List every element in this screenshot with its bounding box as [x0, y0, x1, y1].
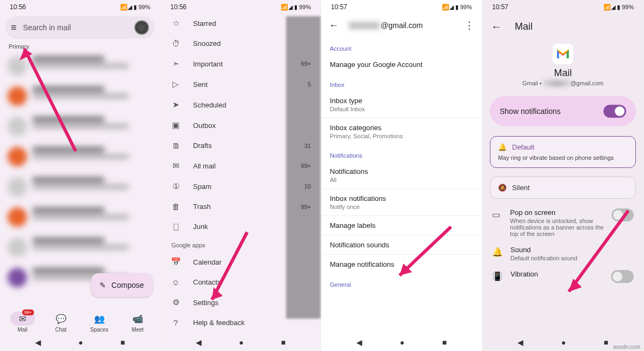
- allmail-icon: ✉: [170, 161, 181, 171]
- toggle-show-notifications[interactable]: [603, 105, 626, 118]
- row-inbox-notifications[interactable]: Inbox notificationsNotify once: [321, 188, 482, 215]
- drawer-scrim: [286, 16, 321, 319]
- annotation-arrow: [558, 205, 634, 302]
- calendar-icon: 📅: [170, 257, 181, 267]
- back-arrow-icon[interactable]: ←: [491, 21, 502, 33]
- app-info: Mail Gmail • xxxx@gmail.com: [482, 40, 643, 92]
- search-bar[interactable]: ≡ Search in mail: [5, 16, 155, 39]
- scheduled-icon: ➤: [170, 100, 181, 110]
- spam-icon: ①: [170, 181, 181, 191]
- settings-header: ← xxxxxxxx @gmail.com ⋮: [321, 13, 482, 38]
- android-nav: ◀ ● ■: [0, 334, 160, 351]
- tab-mail[interactable]: ✉99+ Mail: [10, 312, 35, 333]
- nav-back-icon[interactable]: ◀: [356, 338, 362, 347]
- avatar[interactable]: [134, 20, 149, 35]
- status-bar: 10:56 📶◢ ▮99%: [0, 0, 160, 13]
- row-show-notifications[interactable]: Show notifications: [490, 96, 636, 126]
- popup-icon: ▭: [492, 210, 502, 220]
- annotation-arrow: [204, 227, 253, 313]
- more-icon[interactable]: ⋮: [464, 19, 474, 31]
- search-placeholder: Search in mail: [23, 23, 71, 32]
- gmail-logo-icon: [553, 44, 573, 64]
- status-bar: 10:57 📶◢ ▮99%: [482, 0, 643, 13]
- nav-back-icon[interactable]: ◀: [35, 338, 41, 347]
- star-icon: ☆: [170, 18, 181, 28]
- row-inbox-categories[interactable]: Inbox categoriesPrimary, Social, Promoti…: [321, 118, 482, 145]
- nav-recent-icon[interactable]: ■: [604, 338, 608, 347]
- section-notifications: Notifications: [321, 145, 482, 162]
- bell-off-icon: 🔕: [498, 184, 507, 192]
- nav-home-icon[interactable]: ●: [561, 338, 566, 347]
- drafts-icon: 🗎: [170, 141, 181, 150]
- bottom-nav: ✉99+ Mail 💬Chat 👥Spaces 📹Meet: [0, 309, 160, 334]
- hamburger-icon[interactable]: ≡: [11, 22, 17, 33]
- primary-label: Primary: [0, 42, 160, 51]
- nav-home-icon[interactable]: ●: [78, 338, 83, 347]
- status-bar: 10:57 📶◢ ▮99%: [321, 0, 482, 13]
- bell-ring-icon: 🔔: [498, 143, 507, 151]
- row-inbox-type[interactable]: Inbox typeDefault Inbox: [321, 91, 482, 118]
- help-icon: ?: [170, 318, 181, 327]
- nav-back-icon[interactable]: ◀: [196, 338, 202, 347]
- bell-icon: 🔔: [492, 247, 503, 257]
- sent-icon: ▷: [170, 79, 181, 89]
- row-notifications[interactable]: NotificationsAll: [321, 162, 482, 188]
- email-domain: @gmail.com: [381, 21, 423, 30]
- nav-home-icon[interactable]: ●: [400, 338, 404, 347]
- back-arrow-icon[interactable]: ←: [329, 20, 338, 31]
- section-account: Account: [321, 38, 482, 55]
- tab-chat[interactable]: 💬Chat: [49, 312, 74, 333]
- outbox-icon: ▣: [170, 120, 181, 130]
- card-default[interactable]: 🔔Default May ring or vibrate based on ph…: [490, 136, 636, 168]
- contacts-icon: ☺: [170, 278, 181, 287]
- pencil-icon: ✎: [99, 281, 106, 289]
- watermark: wsxdn.com: [613, 344, 640, 350]
- nav-recent-icon[interactable]: ■: [121, 338, 125, 347]
- nav-recent-icon[interactable]: ■: [281, 338, 286, 347]
- status-bar: 10:56 📶◢ ▮99%: [161, 0, 321, 13]
- trash-icon: 🗑: [170, 202, 181, 211]
- android-nav: ◀ ● ■: [161, 334, 321, 351]
- notif-header: ← Mail: [482, 13, 643, 40]
- nav-home-icon[interactable]: ●: [239, 338, 243, 347]
- row-manage-account[interactable]: Manage your Google Account: [321, 55, 482, 74]
- section-inbox: Inbox: [321, 74, 482, 91]
- mail-list[interactable]: [0, 51, 160, 309]
- email-redacted: xxxxxxxx: [348, 21, 381, 30]
- annotation-arrow: [391, 221, 456, 286]
- clock-icon: ⏱: [170, 39, 181, 48]
- label-icon: ⎕: [170, 222, 181, 231]
- nav-back-icon[interactable]: ◀: [517, 338, 523, 347]
- card-silent[interactable]: 🔕Silent: [490, 177, 636, 199]
- tab-spaces[interactable]: 👥Spaces: [87, 312, 112, 333]
- compose-button[interactable]: ✎ Compose: [91, 273, 152, 297]
- vibration-icon: 📳: [492, 271, 503, 281]
- nav-recent-icon[interactable]: ■: [442, 338, 447, 347]
- important-icon: ➣: [170, 59, 181, 69]
- android-nav: ◀ ● ■: [321, 334, 482, 351]
- gear-icon: ⚙: [170, 298, 181, 307]
- tab-meet[interactable]: 📹Meet: [125, 312, 150, 333]
